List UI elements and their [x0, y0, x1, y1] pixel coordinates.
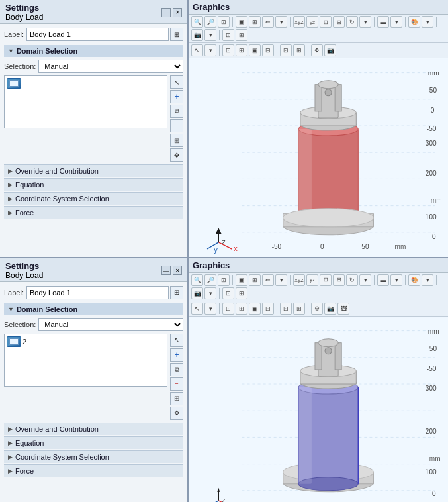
bottom-tb-fit[interactable]: ⊡	[218, 274, 230, 286]
top-tb2-b2[interactable]: ⊞	[236, 44, 247, 56]
bottom-label-btn[interactable]: ⊞	[170, 286, 183, 299]
top-tb2-b1[interactable]: ⊡	[222, 44, 234, 56]
bottom-tb-xyz[interactable]: xyz	[293, 274, 305, 286]
top-tb2-b4[interactable]: ⊟	[262, 44, 274, 56]
bottom-tb-arr2[interactable]: ▾	[275, 274, 287, 286]
bottom-tb2-b4[interactable]: ⊟	[262, 303, 274, 315]
bottom-force-section[interactable]: ▶ Force	[4, 464, 183, 477]
top-tb-extra2[interactable]: ⊞	[236, 29, 247, 41]
top-equation-section[interactable]: ▶ Equation	[4, 178, 183, 191]
bottom-override-section[interactable]: ▶ Override and Contribution	[4, 423, 183, 435]
bottom-tb-xz[interactable]: ⊡	[320, 274, 332, 286]
top-tb2-b7[interactable]: ✥	[311, 44, 323, 56]
top-toolbar-add-btn[interactable]: +	[170, 90, 183, 103]
top-tb-yz[interactable]: yz	[306, 16, 318, 28]
bottom-tb2-cam[interactable]: 📷	[324, 303, 336, 315]
top-tb-xy[interactable]: ⊟	[333, 16, 345, 28]
top-tb-drop1[interactable]: ▾	[359, 16, 371, 28]
top-tb-cam2[interactable]: ▾	[204, 29, 216, 41]
bottom-tb-view2[interactable]: ▾	[390, 274, 402, 286]
top-toolbar-view-btn[interactable]: ⊞	[170, 134, 183, 147]
bottom-tb-arr1[interactable]: ⇐	[262, 274, 274, 286]
top-tb2-drop[interactable]: ▾	[204, 44, 216, 56]
bottom-toolbar-select-btn[interactable]: ↖	[170, 334, 183, 347]
top-domain-section[interactable]: ▼ Domain Selection	[4, 45, 183, 57]
bottom-label-input[interactable]	[26, 286, 169, 299]
close-button[interactable]: ✕	[173, 8, 182, 17]
top-label-input[interactable]	[26, 28, 169, 41]
bottom-tb2-arrow[interactable]: ↖	[191, 303, 203, 315]
bottom-tb-extra2[interactable]: ⊞	[236, 287, 247, 299]
bottom-tb-extra1[interactable]: ⊡	[222, 287, 234, 299]
bottom-tb-refresh[interactable]: ↻	[346, 274, 358, 286]
top-tb-zoom-in[interactable]: 🔍	[191, 16, 203, 28]
top-tb-xyz[interactable]: xyz	[293, 16, 305, 28]
top-tb-sep6	[219, 30, 220, 40]
top-tb-arr2[interactable]: ▾	[275, 16, 287, 28]
bottom-tb-zoom-in[interactable]: 🔍	[191, 274, 203, 286]
bottom-equation-section[interactable]: ▶ Equation	[4, 436, 183, 449]
top-toolbar-select-btn[interactable]: ↖	[170, 75, 183, 89]
bottom-pin-button[interactable]: —	[161, 266, 171, 275]
bottom-toolbar-move-btn[interactable]: ✥	[170, 407, 183, 420]
top-tb-cam1[interactable]: 📷	[191, 29, 203, 41]
bottom-tb2-b5[interactable]: ⊡	[280, 303, 292, 315]
bottom-tb-view1[interactable]: ▬	[377, 274, 389, 286]
bottom-tb2-b2[interactable]: ⊞	[236, 303, 247, 315]
top-tb-arr1[interactable]: ⇐	[262, 16, 274, 28]
top-tb-grid[interactable]: ⊞	[249, 16, 261, 28]
bottom-tb2-b3[interactable]: ▣	[249, 303, 261, 315]
bottom-graphics-viewport[interactable]: mm 50 -50 300 200 mm 100 0	[189, 317, 448, 503]
bottom-tb2-gear[interactable]: ⚙	[311, 303, 323, 315]
bottom-coord-section[interactable]: ▶ Coordinate System Selection	[4, 450, 183, 463]
top-tb-view2[interactable]: ▾	[390, 16, 402, 28]
top-tb2-b5[interactable]: ⊡	[280, 44, 292, 56]
bottom-tb-zoom-out[interactable]: 🔍	[204, 274, 216, 286]
top-tb2-b8[interactable]: 📷	[324, 44, 336, 56]
bottom-selection-dropdown[interactable]: Manual	[38, 318, 183, 331]
bottom-tb2-b1[interactable]: ⊡	[222, 303, 234, 315]
pin-button[interactable]: —	[161, 8, 171, 17]
bottom-tb-cam2[interactable]: ▾	[204, 287, 216, 299]
top-settings-subtitle[interactable]: Body Load	[5, 13, 43, 22]
top-tb-box[interactable]: ▣	[236, 16, 247, 28]
top-toolbar-move-btn[interactable]: ✥	[170, 148, 183, 162]
bottom-tb-color1[interactable]: 🎨	[408, 274, 420, 286]
top-tb-color2[interactable]: ▾	[422, 16, 433, 28]
bottom-tb-cam1[interactable]: 📷	[191, 287, 203, 299]
top-toolbar-remove-btn[interactable]: −	[170, 119, 183, 132]
bottom-tb-drop1[interactable]: ▾	[359, 274, 371, 286]
top-graphics-viewport[interactable]: mm 50 0 -50 300 200 mm 100 0	[189, 58, 448, 257]
bottom-tb2-img[interactable]: 🖼	[337, 303, 349, 315]
bottom-tb-box[interactable]: ▣	[236, 274, 247, 286]
bottom-close-button[interactable]: ✕	[173, 266, 182, 275]
top-tb2-b6[interactable]: ⊞	[293, 44, 305, 56]
top-override-section[interactable]: ▶ Override and Contribution	[4, 164, 183, 177]
bottom-tb2-b6[interactable]: ⊞	[293, 303, 305, 315]
bottom-settings-subtitle[interactable]: Body Load	[5, 271, 43, 280]
bottom-toolbar-view-btn[interactable]: ⊞	[170, 392, 183, 405]
top-tb-fit[interactable]: ⊡	[218, 16, 230, 28]
top-tb-refresh[interactable]: ↻	[346, 16, 358, 28]
bottom-toolbar-add-btn[interactable]: +	[170, 348, 183, 362]
bottom-tb-yz[interactable]: yz	[306, 274, 318, 286]
top-tb2-arrow[interactable]: ↖	[191, 44, 203, 56]
top-selection-dropdown[interactable]: Manual	[38, 60, 183, 73]
bottom-toolbar-copy-btn[interactable]: ⧉	[170, 363, 183, 376]
bottom-tb-color2[interactable]: ▾	[422, 274, 433, 286]
top-toolbar-copy-btn[interactable]: ⧉	[170, 105, 183, 118]
bottom-tb-xy[interactable]: ⊟	[333, 274, 345, 286]
top-tb-xz[interactable]: ⊡	[320, 16, 332, 28]
bottom-tb2-drop[interactable]: ▾	[204, 303, 216, 315]
bottom-toolbar-remove-btn[interactable]: −	[170, 377, 183, 391]
bottom-tb-grid[interactable]: ⊞	[249, 274, 261, 286]
top-tb-color1[interactable]: 🎨	[408, 16, 420, 28]
top-tb-zoom-out[interactable]: 🔍	[204, 16, 216, 28]
top-coord-section[interactable]: ▶ Coordinate System Selection	[4, 192, 183, 205]
bottom-domain-section[interactable]: ▼ Domain Selection	[4, 303, 183, 315]
top-force-section[interactable]: ▶ Force	[4, 206, 183, 219]
top-tb2-b3[interactable]: ▣	[249, 44, 261, 56]
top-label-btn[interactable]: ⊞	[170, 28, 183, 41]
top-tb-extra1[interactable]: ⊡	[222, 29, 234, 41]
top-tb-view1[interactable]: ▬	[377, 16, 389, 28]
